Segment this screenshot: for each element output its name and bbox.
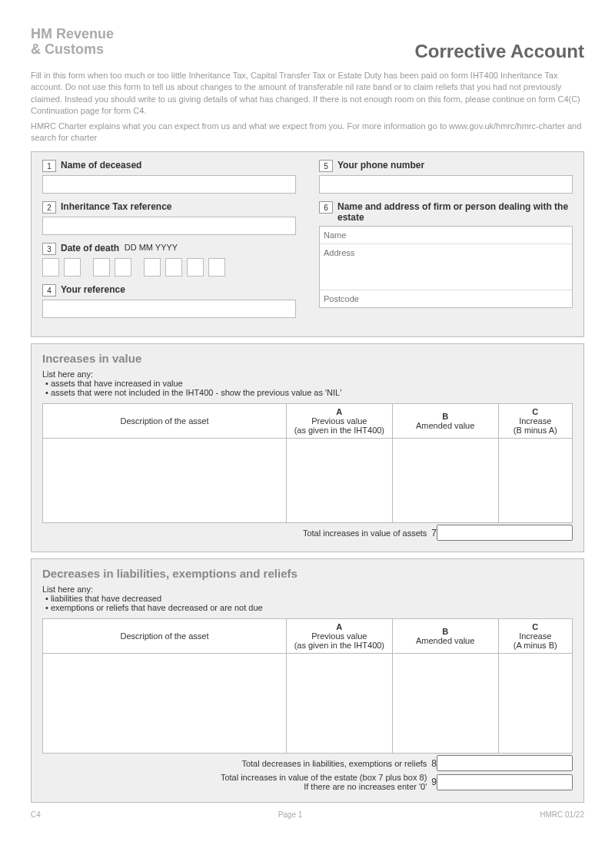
increases-panel: Increases in value List here any: • asse… — [31, 343, 584, 552]
label-firm-address: Name and address of firm or person deali… — [337, 201, 573, 223]
page-title: Corrective Account — [415, 41, 585, 62]
firm-postcode-input[interactable] — [320, 290, 572, 307]
label-iht-ref: Inheritance Tax reference — [61, 201, 172, 212]
inc-col-b: BAmended value — [392, 404, 498, 439]
field-num-2: 2 — [42, 201, 56, 214]
decreases-table: Description of the asset APrevious value… — [42, 618, 573, 754]
dec-b-cell[interactable] — [392, 654, 498, 754]
dec-col-desc: Description of the asset — [43, 619, 287, 654]
increases-bullet-2: • assets that were not included in the I… — [45, 388, 573, 397]
firm-name-input[interactable] — [320, 227, 572, 244]
date-y4[interactable] — [208, 258, 225, 277]
intro-text-1: Fill in this form when too much or too l… — [31, 70, 584, 118]
date-d2[interactable] — [64, 258, 81, 277]
dec-total-num: 8 — [431, 758, 437, 769]
iht-reference-input[interactable] — [42, 217, 296, 235]
increases-bullet-1: • assets that have increased in value — [45, 379, 573, 388]
dec-col-b: BAmended value — [392, 619, 498, 654]
label-your-ref: Your reference — [61, 284, 125, 295]
dec-a-cell[interactable] — [286, 654, 392, 754]
footer-center: Page 1 — [278, 810, 303, 819]
label-name-deceased: Name of deceased — [61, 160, 141, 171]
label-phone: Your phone number — [337, 160, 424, 171]
logo-line1: HM Revenue — [31, 26, 114, 41]
header: HM Revenue & Customs Corrective Account — [31, 27, 584, 62]
inc-total-box[interactable] — [437, 525, 573, 541]
intro-text-2: HMRC Charter explains what you can expec… — [31, 121, 584, 144]
date-hint: DD MM YYYY — [125, 243, 178, 252]
inc-col-c: CIncrease(B minus A) — [498, 404, 572, 439]
grand-total-num: 9 — [431, 777, 437, 787]
decreases-list-label: List here any: — [42, 585, 93, 594]
footer-left: C4 — [31, 810, 41, 819]
dec-c-cell[interactable] — [498, 654, 572, 754]
increases-title: Increases in value — [42, 352, 573, 365]
footer-right: HMRC 01/22 — [540, 810, 584, 819]
hmrc-logo: HM Revenue & Customs — [31, 27, 114, 58]
date-y3[interactable] — [187, 258, 204, 277]
inc-col-desc: Description of the asset — [43, 404, 287, 439]
name-of-deceased-input[interactable] — [42, 175, 296, 194]
inc-b-cell[interactable] — [392, 439, 498, 523]
phone-input[interactable] — [319, 175, 573, 194]
inc-total-num: 7 — [431, 528, 437, 538]
dec-col-c: CIncrease(A minus B) — [498, 619, 572, 654]
date-m1[interactable] — [93, 258, 110, 277]
date-m2[interactable] — [115, 258, 131, 277]
inc-col-a: APrevious value(as given in the IHT400) — [286, 404, 392, 439]
inc-desc-cell[interactable] — [43, 439, 287, 523]
decreases-panel: Decreases in liabilities, exemptions and… — [31, 558, 584, 803]
decreases-bullet-2: • exemptions or reliefs that have decrea… — [45, 603, 573, 612]
decreases-title: Decreases in liabilities, exemptions and… — [42, 567, 573, 580]
date-d1[interactable] — [42, 258, 59, 277]
field-num-5: 5 — [319, 160, 333, 172]
decreases-bullet-1: • liabilities that have decreased — [45, 594, 573, 603]
inc-c-cell[interactable] — [498, 439, 572, 523]
grand-total-label: Total increases in value of the estate (… — [221, 773, 427, 782]
field-num-1: 1 — [42, 160, 56, 172]
inc-a-cell[interactable] — [286, 439, 392, 523]
date-y2[interactable] — [165, 258, 182, 277]
firm-address-input[interactable] — [320, 244, 572, 290]
date-y1[interactable] — [144, 258, 161, 277]
your-reference-input[interactable] — [42, 300, 296, 318]
grand-total-box[interactable] — [437, 774, 573, 790]
dec-desc-cell[interactable] — [43, 654, 287, 754]
dec-total-label: Total decreases in liabilities, exemptio… — [241, 759, 431, 768]
label-date-death: Date of death — [61, 243, 119, 253]
inc-total-label: Total increases in value of assets — [303, 528, 431, 538]
field-num-4: 4 — [42, 284, 56, 297]
logo-line2: & Customs — [31, 41, 104, 57]
dec-col-a: APrevious value(as given in the IHT400) — [286, 619, 392, 654]
field-num-3: 3 — [42, 243, 56, 255]
field-num-6: 6 — [319, 201, 333, 214]
details-panel: 1Name of deceased 2Inheritance Tax refer… — [31, 151, 584, 337]
increases-table: Description of the asset APrevious value… — [42, 403, 573, 523]
grand-total-sub: If there are no increases enter '0' — [304, 782, 427, 791]
footer: C4 Page 1 HMRC 01/22 — [31, 810, 584, 819]
dec-total-box[interactable] — [437, 755, 573, 771]
increases-list-label: List here any: — [42, 369, 93, 379]
